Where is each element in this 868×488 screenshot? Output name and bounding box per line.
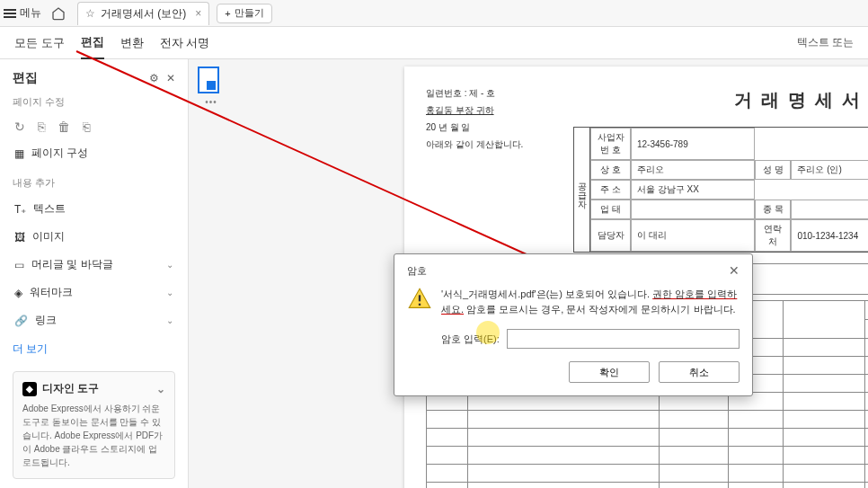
sidebar-item-watermark[interactable]: ◈ 워터마크 ⌄: [13, 279, 175, 306]
insert-icon[interactable]: ⎗: [83, 120, 90, 134]
cursor-icon: ↖: [209, 84, 217, 93]
header-footer-icon: ▭: [14, 259, 24, 271]
addr-value: 서울 강남구 XX: [631, 180, 755, 200]
biz-no-value: 12-3456-789: [631, 128, 755, 160]
tab-convert[interactable]: 변환: [120, 28, 144, 58]
addr-header: 주 소: [590, 180, 631, 200]
supply-cell: 870,000: [865, 339, 869, 357]
tel-header: 연락처: [755, 219, 791, 252]
section-pages-label: 페이지 수정: [13, 95, 175, 109]
doc-title: 거래명세서: [573, 88, 868, 112]
biz-type-header: 업 태: [590, 200, 631, 219]
delete-icon[interactable]: 🗑: [58, 120, 70, 134]
table-row: [427, 411, 869, 429]
thumbnail-strip: ↖ •••: [198, 67, 225, 107]
owner-value: 주리오 (인): [791, 160, 868, 180]
section-content-label: 내용 추가: [13, 176, 175, 190]
sidebar-item-text[interactable]: T₊ 텍스트: [13, 195, 175, 223]
toolbar-hint: 텍스트 또는: [797, 28, 854, 58]
mgr-value: 이 대리: [631, 219, 755, 252]
dialog-title: 암호: [407, 264, 427, 278]
home-button[interactable]: [45, 6, 72, 21]
rotate-icon[interactable]: ↻: [14, 120, 25, 134]
ok-button[interactable]: 확인: [569, 361, 650, 383]
supplier-vertical-label: 공급자: [574, 128, 590, 252]
chevron-down-icon: ⌄: [166, 260, 173, 270]
password-input-label: 암호 입력(E):: [441, 333, 500, 346]
tab-esign[interactable]: 전자 서명: [160, 28, 210, 58]
sidebar-item-header-footer[interactable]: ▭ 머리글 및 바닥글 ⌄: [13, 251, 175, 279]
password-input[interactable]: [507, 329, 740, 349]
sidebar-item-label: 머리글 및 바닥글: [31, 257, 113, 272]
new-tab-button[interactable]: + 만들기: [217, 4, 271, 23]
biz-type-value: [631, 200, 755, 219]
home-icon: [51, 6, 66, 21]
link-icon: 🔗: [14, 315, 28, 327]
menu-label: 메뉴: [20, 5, 41, 21]
menu-button[interactable]: 메뉴: [0, 0, 45, 26]
hamburger-icon: [4, 9, 16, 18]
close-panel-icon[interactable]: ✕: [166, 72, 175, 84]
design-card-title: 디자인 도구: [42, 381, 99, 396]
express-icon: ◆: [22, 382, 37, 396]
design-card-body: Adobe Express에서 사용하기 쉬운 도구로 돋보이는 문서를 만들 …: [22, 402, 165, 469]
doc-calc-line: 아래와 같이 계산합니다.: [426, 136, 552, 153]
new-tab-label: 만들기: [235, 6, 264, 20]
table-row: [427, 447, 869, 465]
organize-label: 페이지 구성: [31, 146, 88, 161]
cancel-button[interactable]: 취소: [659, 361, 740, 383]
dialog-message: '서식_거래명세서.pdf'은(는) 보호되어 있습니다. 권한 암호를 입력하…: [441, 287, 740, 316]
chevron-down-icon: ⌄: [166, 315, 173, 325]
mgr-header: 담당자: [590, 219, 631, 252]
dialog-msg-a: '서식_거래명세서.pdf'은(는) 보호되어 있습니다.: [441, 288, 652, 299]
table-row: [427, 483, 869, 489]
plus-icon: +: [225, 8, 230, 19]
doc-serial: 일련번호 : 제 - 호: [426, 84, 552, 102]
password-dialog: 암호 ✕ '서식_거래명세서.pdf'은(는) 보호되어 있습니다. 권한 암호…: [394, 253, 753, 396]
supplier-box: 공급자 사업자 번 호 12-3456-789 상 호 주리오 성 명 주리오 …: [573, 127, 868, 253]
toolbar: 모든 도구 편집 변환 전자 서명 텍스트 또는: [0, 27, 868, 59]
thumb-more-icon[interactable]: •••: [198, 97, 225, 107]
doc-date: 20 년 월 일: [426, 119, 552, 136]
sidebar-item-link[interactable]: 🔗 링크 ⌄: [13, 306, 175, 334]
sidebar-title: 편집: [13, 70, 38, 86]
owner-header: 성 명: [755, 160, 791, 180]
extract-icon[interactable]: ⎘: [38, 120, 45, 134]
sidebar: 편집 ⚙ ✕ 페이지 수정 ↻ ⎘ 🗑 ⎗ ▦ 페이지 구성 내용 추가 T₊ …: [0, 59, 189, 488]
tab-edit[interactable]: 편집: [81, 27, 104, 59]
sidebar-item-organize[interactable]: ▦ 페이지 구성: [13, 139, 175, 167]
more-link[interactable]: 더 보기: [13, 342, 48, 357]
text-icon: T₊: [14, 203, 26, 216]
gear-icon[interactable]: ⚙: [149, 72, 159, 84]
supply-cell: 530,000: [865, 357, 869, 375]
page-thumbnail[interactable]: ↖: [198, 67, 219, 93]
sidebar-item-label: 워터마크: [30, 285, 73, 300]
doc-recipient: 홍길동 부장 귀하: [426, 102, 552, 119]
watermark-icon: ◈: [14, 287, 22, 299]
warning-icon: [407, 287, 432, 312]
titlebar: 메뉴 ☆ 거래명세서 (보안) × + 만들기: [0, 0, 868, 27]
dialog-msg-b: 암호를 모르시는 경우, 문서 작성자에게 문의하시기 바랍니다.: [464, 304, 736, 315]
organize-icon: ▦: [14, 147, 24, 160]
close-tab-icon[interactable]: ×: [195, 7, 201, 20]
image-icon: 🖼: [14, 231, 25, 244]
biz-kind-header: 종 목: [755, 200, 791, 219]
tel-value: 010-1234-1234: [791, 219, 868, 252]
chevron-down-icon: ⌄: [156, 383, 165, 395]
chevron-down-icon: ⌄: [166, 288, 173, 297]
sidebar-item-image[interactable]: 🖼 이미지: [13, 223, 175, 251]
company-name-header: 상 호: [590, 160, 631, 180]
supply-header: 공급가액: [865, 320, 869, 339]
dialog-close-icon[interactable]: ✕: [729, 263, 740, 278]
sidebar-item-label: 텍스트: [33, 201, 66, 217]
company-name-value: 주리오: [631, 160, 755, 180]
svg-rect-2: [419, 304, 421, 306]
sidebar-item-label: 링크: [35, 313, 57, 328]
table-row: [427, 429, 869, 447]
svg-rect-1: [419, 295, 421, 301]
biz-kind-value: [791, 200, 868, 219]
star-icon: ☆: [85, 7, 95, 20]
tab-all-tools[interactable]: 모든 도구: [14, 28, 65, 58]
design-tools-card[interactable]: ◆ 디자인 도구 ⌄ Adobe Express에서 사용하기 쉬운 도구로 돋…: [13, 371, 175, 479]
document-tab[interactable]: ☆ 거래명세서 (보안) ×: [77, 2, 209, 25]
